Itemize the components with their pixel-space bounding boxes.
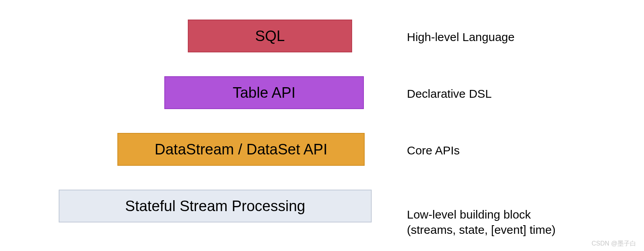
- layer-box-sql: SQL: [188, 20, 352, 52]
- layer-desc-sql: High-level Language: [407, 29, 514, 45]
- layer-label-stateful: Stateful Stream Processing: [125, 198, 305, 215]
- layer-box-datastream: DataStream / DataSet API: [117, 133, 365, 166]
- layer-desc-datastream: Core APIs: [407, 143, 460, 158]
- layer-desc-table-api: Declarative DSL: [407, 86, 492, 101]
- layered-api-diagram: SQL High-level Language Table API Declar…: [0, 0, 644, 251]
- layer-box-stateful: Stateful Stream Processing: [59, 190, 372, 222]
- layer-box-table-api: Table API: [164, 76, 364, 109]
- watermark: CSDN @墨子白: [592, 240, 636, 248]
- layer-label-table-api: Table API: [233, 84, 296, 101]
- layer-label-sql: SQL: [255, 28, 285, 45]
- layer-label-datastream: DataStream / DataSet API: [155, 141, 327, 158]
- layer-desc-stateful: Low-level building block (streams, state…: [407, 192, 556, 237]
